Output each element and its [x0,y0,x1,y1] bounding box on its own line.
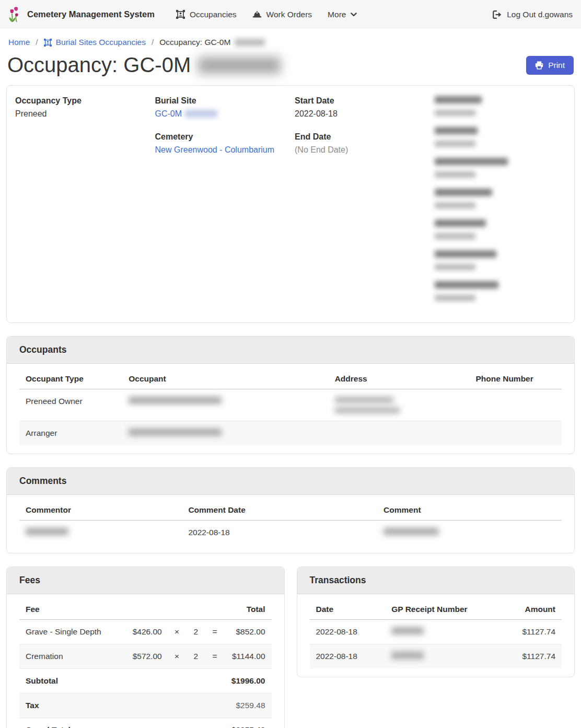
chevron-down-icon [351,13,357,17]
fee-price: $572.00 [125,644,168,669]
grand-total-label: Grand Total [19,718,125,728]
breadcrumb: Home / Burial Sites Occupancies / Occupa… [0,29,581,50]
redacted-receipt-number [391,652,424,659]
redacted-field-label [435,189,492,196]
burial-site-link[interactable]: GC-0M [155,109,182,118]
occupancy-details-card: Occupancy Type Preneed Burial Site GC-0M… [6,85,575,323]
cemetery-label: Cemetery [155,132,295,142]
grand-total-value: $2255.48 [224,718,272,728]
page-title-text: Occupancy: GC-0M [7,53,191,77]
breadcrumb-label: Burial Sites Occupancies [56,38,146,47]
print-button[interactable]: Print [526,56,574,75]
comments-col-comment: Comment [377,497,562,521]
fee-qty: 2 [185,620,206,644]
end-date-value: (No End Date) [295,145,435,155]
comments-table: Commentor Comment Date Comment 2022-08-1… [19,497,562,545]
redacted-address-line [335,397,393,403]
occupancy-type-label: Occupancy Type [15,96,155,106]
fee-times: × [168,620,186,644]
logout-icon [493,10,502,19]
breadcrumb-burial-sites-occupancies[interactable]: Burial Sites Occupancies [44,38,146,47]
fees-col-fee: Fee [19,596,125,620]
redacted-field-value [435,141,475,147]
tax-label: Tax [19,694,125,718]
fees-col-total: Total [224,596,272,620]
fee-equals: = [206,644,224,669]
transactions-col-date: Date [310,596,386,620]
start-date-value: 2022-08-18 [295,109,435,119]
breadcrumb-current-label: Occupancy: GC-0M [159,38,230,47]
logout-label: Log Out d.gowans [507,10,573,19]
transaction-amount: $1127.74 [498,620,562,644]
fees-table: Fee Total Grave - Single Depth $426.00 ×… [19,596,272,728]
fee-name: Cremation [19,644,125,669]
redacted-occupant-name [129,429,222,436]
transactions-section: Transactions Date GP Receipt Number Amou… [297,567,575,677]
redacted-field-label [435,158,508,165]
occupants-col-occupant: Occupant [122,366,328,389]
redacted-field-label [435,219,486,227]
burial-site-label: Burial Site [155,96,295,106]
comment-date-cell: 2022-08-18 [182,521,377,545]
transactions-col-amount: Amount [498,596,562,620]
fee-price: $426.00 [125,620,168,644]
app-title: Cemetery Management System [27,9,155,19]
start-date-label: Start Date [295,96,435,106]
fee-qty: 2 [185,644,206,669]
hardhat-icon [252,10,262,18]
print-button-label: Print [548,61,565,70]
cemetery-link[interactable]: New Greenwood - Columbarium [155,145,275,154]
nav-item-label: Occupancies [190,10,237,19]
logout-button[interactable]: Log Out d.gowans [493,10,573,19]
table-row: Subtotal $1996.00 [19,669,272,694]
redacted-field-value [435,202,475,209]
page-title: Occupancy: GC-0M [7,53,281,77]
table-row: 2022-08-18 $1127.74 [310,644,562,669]
redacted-field-value [435,110,475,116]
occupant-type-cell: Preneed Owner [19,389,122,421]
occupant-type-cell: Arranger [19,421,122,446]
tax-value: $259.48 [224,694,272,718]
nav-item-work-orders[interactable]: Work Orders [252,10,312,19]
redacted-field-value [435,295,475,301]
occupant-phone-cell [470,421,562,446]
brand[interactable]: Cemetery Management System [8,7,155,22]
bottom-row: Fees Fee Total Grave - Single Depth $426… [6,567,575,728]
subtotal-value: $1996.00 [224,669,272,694]
table-row: Grave - Single Depth $426.00 × 2 = $852.… [19,620,272,644]
redacted-field-label [435,281,498,288]
nav-item-more[interactable]: More [328,10,357,19]
tombstone-icon [176,10,185,19]
occupants-col-address: Address [329,366,470,389]
occupants-title: Occupants [7,337,574,364]
occupants-col-phone: Phone Number [470,366,562,389]
redacted-field-value [435,233,475,239]
fees-section: Fees Fee Total Grave - Single Depth $426… [6,567,285,728]
transaction-amount: $1127.74 [498,644,562,669]
redacted-field-label [435,96,482,103]
nav-item-label: More [328,10,346,19]
comments-title: Comments [7,468,574,495]
comments-section: Comments Commentor Comment Date Comment … [6,467,575,553]
fee-total: $1144.00 [224,644,272,669]
navbar: Cemetery Management System Occupancies [0,0,581,29]
occupants-col-type: Occupant Type [19,366,122,389]
nav-item-occupancies[interactable]: Occupancies [176,10,237,19]
page-header: Occupancy: GC-0M Print [0,50,581,85]
redacted-field-label [435,250,496,258]
occupants-table: Occupant Type Occupant Address Phone Num… [19,366,562,445]
table-row: Arranger [19,421,562,446]
breadcrumb-current: Occupancy: GC-0M [159,38,265,47]
table-row: 2022-08-18 $1127.74 [310,620,562,644]
comments-col-commentor: Commentor [19,497,182,521]
printer-icon [535,61,543,70]
tulip-logo-icon [8,7,22,22]
redacted-comment [384,528,439,535]
redacted-field-label [435,127,478,134]
redacted-field-value [435,264,475,270]
redacted-address-line [335,407,400,413]
occupant-address-cell [329,421,470,446]
details-column-3: Start Date 2022-08-18 End Date (No End D… [295,96,435,312]
breadcrumb-home[interactable]: Home [8,38,30,47]
details-column-redacted [435,96,566,312]
